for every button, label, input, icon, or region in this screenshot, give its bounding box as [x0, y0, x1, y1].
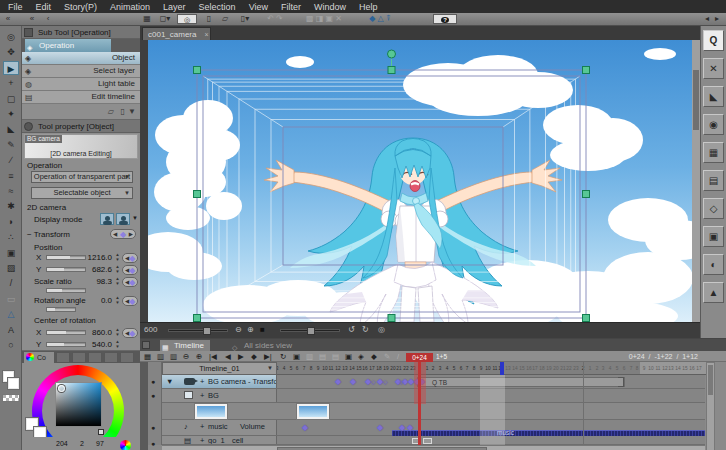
transform-keyframe-widget[interactable]: ◀◆▶	[110, 229, 136, 239]
tab-color-wheel[interactable]: Co	[24, 352, 54, 363]
eye-icon-1[interactable]: ●	[151, 378, 155, 385]
rotate-slider[interactable]	[280, 329, 340, 332]
snap-icons[interactable]: ◆ △ ⍒	[360, 13, 400, 25]
center-x-spin[interactable]: ▲▼	[114, 328, 121, 337]
track-bg-camera[interactable]: ▼+BG camera - Transform Q TB ◆◆◆◆◆◆◆◆◆◇◇…	[162, 375, 705, 389]
tab-all-sides-view[interactable]: ◇All sides view	[232, 340, 298, 351]
menu-layer[interactable]: Layer	[163, 2, 186, 12]
keyframe-diamond-small[interactable]: ◇	[383, 378, 388, 385]
cel-a-icon[interactable]: ▥	[306, 351, 313, 362]
close-view-button[interactable]: ✕	[703, 58, 724, 79]
menu-edit[interactable]: Edit	[36, 2, 52, 12]
eyedropper-tool[interactable]: ◣	[3, 122, 19, 136]
music-keyframe-diamond[interactable]: ◆	[377, 423, 383, 432]
eraser-tool[interactable]: ◗	[3, 215, 19, 229]
tab-approx[interactable]	[104, 352, 118, 363]
tab-intermediate[interactable]	[88, 352, 102, 363]
eye-icon-2[interactable]: ●	[151, 392, 155, 399]
timeline-panel-icon[interactable]	[142, 341, 150, 349]
center-y-slider[interactable]	[46, 342, 86, 347]
loop-icon[interactable]: ↻	[280, 351, 286, 362]
rotation-value[interactable]: 0.0	[86, 296, 112, 305]
color-mode-icon[interactable]	[120, 440, 131, 450]
go-end-icon[interactable]: ▶|	[264, 351, 272, 362]
menu-file[interactable]: File	[8, 2, 23, 12]
tab-timeline[interactable]: ▦Timeline	[160, 340, 210, 351]
blend-tool[interactable]: ∴	[3, 230, 19, 244]
subtool-object[interactable]: ◈Object	[22, 52, 140, 65]
position-x-value[interactable]: 1216.0	[86, 253, 112, 262]
duplicate-subtool-icon[interactable]: ▱	[108, 107, 114, 116]
pen-tool[interactable]: ✎	[3, 138, 19, 152]
save-file-icon[interactable]: ▯▾	[236, 13, 254, 25]
grid-view-button[interactable]: ▦	[703, 142, 724, 163]
zoom-in-icon[interactable]: ⊕	[196, 351, 202, 362]
tab-color-set[interactable]	[72, 352, 86, 363]
frame-settings-icon[interactable]: ▦	[144, 351, 151, 362]
bg-thumbnail-2[interactable]	[297, 404, 329, 419]
auto-select-tool[interactable]: ✦	[3, 107, 19, 121]
canvas-vscrollbar[interactable]	[692, 40, 700, 322]
airbrush-tool[interactable]: ≈	[3, 184, 19, 198]
panel-menu-icon[interactable]	[24, 28, 33, 37]
zoom-out-icon[interactable]: ⊖	[183, 351, 189, 362]
menu-filter[interactable]: Filter	[281, 2, 301, 12]
gradient-tool[interactable]: ▨	[3, 261, 19, 275]
frame-tool[interactable]: ▭	[3, 292, 19, 306]
track-cell[interactable]: ▤+go_1cell	[162, 436, 705, 445]
bg-thumbnail-1[interactable]	[195, 404, 227, 419]
scroll-left-icon[interactable]: ◂	[703, 13, 711, 25]
pan-mode-icon[interactable]: ◻▾	[156, 13, 174, 25]
center-x-keyframe[interactable]: ◀◆	[122, 328, 138, 338]
canvas-viewport[interactable]	[148, 40, 692, 322]
rotation-spin[interactable]: ▲▼	[114, 296, 121, 305]
background-color-swatch[interactable]	[7, 377, 20, 390]
figure-tool[interactable]: /	[3, 276, 19, 290]
rotation-slider[interactable]	[46, 307, 76, 312]
center-y-spin[interactable]: ▲▼	[114, 340, 121, 349]
balloon-tool[interactable]: ○	[3, 338, 19, 352]
onion-skin-icon[interactable]: ◈	[358, 351, 364, 362]
new-file-icon[interactable]: ▯	[203, 13, 215, 25]
new-subtool-icon[interactable]: ▯	[121, 107, 125, 116]
new-cel-icon[interactable]: ▣	[293, 351, 300, 362]
ref-view-button[interactable]: ▣	[703, 226, 724, 247]
menu-window[interactable]: Window	[314, 2, 346, 12]
music-keyframe-diamond[interactable]: ◆	[399, 423, 405, 432]
transparent-part-dropdown[interactable]: Operation of transparent part▼	[31, 171, 133, 183]
position-x-slider[interactable]	[46, 255, 86, 260]
display-mode-arrow[interactable]: ▼	[132, 215, 138, 221]
position-x-spin[interactable]: ▲▼	[114, 253, 121, 262]
subtool-edit-timeline[interactable]: ▤Edit timeline	[22, 91, 140, 104]
go-start-icon[interactable]: |◀	[209, 351, 217, 362]
keyframe-add-icon[interactable]: ◆	[371, 351, 377, 362]
animation-mode-button[interactable]: ◎	[177, 14, 197, 24]
menu-help[interactable]: Help	[359, 2, 378, 12]
collapse-arrow-icon[interactable]: ‹	[44, 13, 52, 25]
center-x-value[interactable]: 860.0	[86, 328, 112, 337]
onion-next-icon[interactable]: ▥	[170, 351, 177, 362]
fill-tool[interactable]: ▣	[3, 246, 19, 260]
text-tool[interactable]: A	[3, 323, 19, 337]
keyframe-diamond-small[interactable]: ◇	[399, 378, 404, 385]
edit-dim-icon[interactable]: ✎	[384, 351, 390, 362]
scale-slider[interactable]	[46, 288, 86, 293]
cell-clip[interactable]	[423, 438, 432, 444]
val-value[interactable]: 97	[96, 440, 104, 447]
undo-redo-icons[interactable]: ↶ ↷	[260, 13, 290, 25]
scale-keyframe[interactable]: ◀◆	[122, 277, 138, 287]
position-y-keyframe[interactable]: ◀◆	[122, 265, 138, 275]
position-x-keyframe[interactable]: ◀◆	[122, 253, 138, 263]
keyframe-diamond-small[interactable]: ◇	[371, 378, 376, 385]
music-keyframe-diamond[interactable]: ◆	[302, 423, 308, 432]
rotation-keyframe[interactable]: ◀◆	[122, 296, 138, 306]
collapse-left-icon[interactable]: «	[3, 13, 13, 25]
pencil-tool[interactable]: ∕	[3, 153, 19, 167]
track-music[interactable]: ♪+musicVolume ◆◆◆◆ music	[162, 420, 705, 436]
subtool-light-table[interactable]: ◍Light table	[22, 78, 140, 91]
zoom-out-icon[interactable]: ⊖	[235, 325, 242, 334]
sv-cursor[interactable]	[58, 385, 65, 392]
rotate-ccw-icon[interactable]: ↺	[348, 325, 355, 334]
rotate-cw-icon[interactable]: ↻	[362, 325, 369, 334]
quick-zoom-button[interactable]: Q	[703, 30, 724, 51]
